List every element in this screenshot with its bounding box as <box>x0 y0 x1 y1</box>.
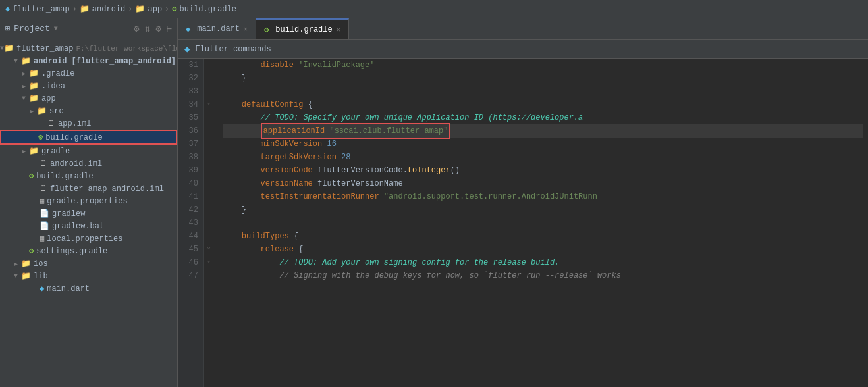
line-num-40: 40 <box>178 177 198 190</box>
tree-item-src[interactable]: ▶ 📁 src <box>0 105 177 117</box>
local-properties-icon: ▦ <box>40 234 44 244</box>
tab-gradle-icon: ⚙ <box>264 25 269 35</box>
tree-item-gradle[interactable]: ▶ 📁 gradle <box>0 145 177 157</box>
project-icon: ⊞ <box>5 24 10 34</box>
tree-label-build-gradle-root: build.gradle <box>36 172 93 181</box>
tree-item-build-gradle-root[interactable]: ⚙ build.gradle <box>0 170 177 182</box>
tree-label-android-iml: android.iml <box>50 159 102 168</box>
tree-label-lib: lib <box>34 272 48 281</box>
tree-label-gradlew-bat: gradlew.bat <box>52 222 104 231</box>
tree-item-main-dart[interactable]: ◆ main.dart <box>0 282 177 295</box>
gradlew-bat-icon: 📄 <box>40 221 49 231</box>
tree-label-dot-gradle: .gradle <box>41 69 74 78</box>
tree-item-settings-gradle[interactable]: ⚙ settings.gradle <box>0 245 177 257</box>
code-line-40: versionName flutterVersionName <box>223 177 863 190</box>
tree-label-build-gradle-app: build.gradle <box>45 133 102 142</box>
tree-item-android-iml[interactable]: 🗒 android.iml <box>0 157 177 170</box>
tree-arrow-lib: ▼ <box>11 272 21 280</box>
tree-label-flutter-amap-android-iml: flutter_amap_android.iml <box>50 184 164 194</box>
tree-item-flutter-amap[interactable]: ▼ 📁 flutter_amap F:\flutter_workspace\fl… <box>0 42 177 55</box>
gradle-properties-icon: ▦ <box>40 196 44 206</box>
tree-label-gradle: gradle <box>41 147 70 156</box>
tree-label-app: app <box>41 94 56 103</box>
line-num-32: 32 <box>178 72 198 85</box>
code-line-38: targetSdkVersion 28 <box>223 151 863 164</box>
sidebar: ⊞ Project ▼ ⚙ ⇅ ⚙ ⊢ ▼ 📁 flutter_amap F:\… <box>0 18 178 387</box>
gear-icon[interactable]: ⚙ <box>155 23 161 34</box>
gradle-folder-icon: 📁 <box>29 146 39 156</box>
sidebar-title-label: Project <box>14 24 50 34</box>
sort-icon[interactable]: ⇅ <box>145 23 150 34</box>
src-folder-icon: 📁 <box>37 106 47 116</box>
fold-44[interactable]: ⌄ <box>207 243 211 251</box>
line-num-36: 36 <box>178 124 198 138</box>
tab-build-gradle[interactable]: ⚙ build.gradle ✕ <box>256 18 349 39</box>
tree-item-app-iml[interactable]: 🗒 app.iml <box>0 117 177 130</box>
main-dart-icon: ◆ <box>40 284 44 294</box>
breadcrumb-android[interactable]: android <box>92 5 125 14</box>
highlighted-application-id: applicationId "sscai.club.flutter_amap" <box>261 123 451 139</box>
code-content[interactable]: disable 'InvalidPackage' } defaultConfig… <box>217 59 868 387</box>
tree-label-gradle-properties: gradle.properties <box>47 197 127 206</box>
fold-34[interactable]: ⌄ <box>207 98 211 106</box>
line-num-45: 45 <box>178 243 198 256</box>
tree-item-app[interactable]: ▼ 📁 app <box>0 92 177 105</box>
breadcrumb-build-gradle[interactable]: build.gradle <box>180 5 236 14</box>
breadcrumb-app[interactable]: app <box>148 5 162 14</box>
tree-item-ios[interactable]: ▶ 📁 ios <box>0 257 177 270</box>
tree-item-local-properties[interactable]: ▦ local.properties <box>0 232 177 245</box>
tree-label-gradlew: gradlew <box>52 209 85 219</box>
sidebar-dropdown-icon[interactable]: ▼ <box>54 25 58 32</box>
tree-item-build-gradle-app[interactable]: ⚙ build.gradle <box>0 130 177 145</box>
tree-item-dot-idea[interactable]: ▶ 📁 .idea <box>0 80 177 92</box>
line-num-44: 44 <box>178 230 198 243</box>
flutter-commands-label: Flutter commands <box>195 45 271 54</box>
code-line-47: // Signing with the debug keys for now, … <box>223 269 863 282</box>
tab-close-build-gradle[interactable]: ✕ <box>337 26 340 34</box>
line-num-38: 38 <box>178 151 198 164</box>
code-line-37: minSdkVersion 16 <box>223 138 863 151</box>
tree-item-dot-gradle[interactable]: ▶ 📁 .gradle <box>0 67 177 80</box>
lib-folder-icon: 📁 <box>21 271 31 281</box>
line-num-47: 47 <box>178 269 198 282</box>
line-num-34: 34 <box>178 98 198 111</box>
tree-item-gradle-properties[interactable]: ▦ gradle.properties <box>0 195 177 207</box>
tree-item-flutter-amap-android-iml[interactable]: 🗒 flutter_amap_android.iml <box>0 182 177 195</box>
code-line-33 <box>223 85 863 98</box>
tree-label-settings-gradle: settings.gradle <box>36 247 107 256</box>
sidebar-header: ⊞ Project ▼ ⚙ ⇅ ⚙ ⊢ <box>0 18 177 39</box>
tab-close-main-dart[interactable]: ✕ <box>244 25 248 33</box>
tree-item-lib[interactable]: ▼ 📁 lib <box>0 270 177 282</box>
settings-gradle-icon: ⚙ <box>29 246 34 256</box>
tree-arrow-dot-idea: ▶ <box>18 82 29 90</box>
expand-icon[interactable]: ⊢ <box>167 23 172 34</box>
ios-folder-icon: 📁 <box>21 259 31 269</box>
tree-item-android[interactable]: ▼ 📁 android [flutter_amap_android] <box>0 55 177 67</box>
tree-arrow-dot-gradle: ▶ <box>18 70 29 78</box>
tree-arrow-app: ▼ <box>18 95 29 102</box>
breadcrumb-gradle-icon: ⚙ <box>172 4 176 14</box>
tree-arrow-ios: ▶ <box>11 260 21 268</box>
breadcrumb-flutter-amap[interactable]: flutter_amap <box>13 5 69 14</box>
line-num-31: 31 <box>178 59 198 72</box>
main-layout: ⊞ Project ▼ ⚙ ⇅ ⚙ ⊢ ▼ 📁 flutter_amap F:\… <box>0 18 868 387</box>
tree-arrow-gradle: ▶ <box>18 147 29 155</box>
fold-45[interactable]: ⌄ <box>207 256 211 264</box>
tree-label-src: src <box>49 107 64 116</box>
editor-area: ◆ main.dart ✕ ⚙ build.gradle ✕ ◆ Flutter… <box>178 18 868 387</box>
tree-item-gradlew[interactable]: 📄 gradlew <box>0 207 177 220</box>
flutter-bar: ◆ Flutter commands <box>178 40 868 59</box>
tree-label-local-properties: local.properties <box>47 234 122 244</box>
line-num-43: 43 <box>178 217 198 230</box>
tab-main-dart[interactable]: ◆ main.dart ✕ <box>178 18 256 39</box>
tree-arrow-src: ▶ <box>26 107 37 115</box>
gradlew-icon: 📄 <box>40 209 49 219</box>
tree-item-gradlew-bat[interactable]: 📄 gradlew.bat <box>0 220 177 232</box>
code-line-46: // TODO: Add your own signing config for… <box>223 256 863 269</box>
tree-label-dot-idea: .idea <box>41 82 65 91</box>
sidebar-title: ⊞ Project ▼ <box>5 24 58 34</box>
code-line-44: buildTypes { <box>223 230 863 243</box>
code-line-32: } <box>223 72 863 85</box>
settings-icon[interactable]: ⚙ <box>134 23 139 34</box>
tree-label-app-iml: app.iml <box>58 119 91 128</box>
